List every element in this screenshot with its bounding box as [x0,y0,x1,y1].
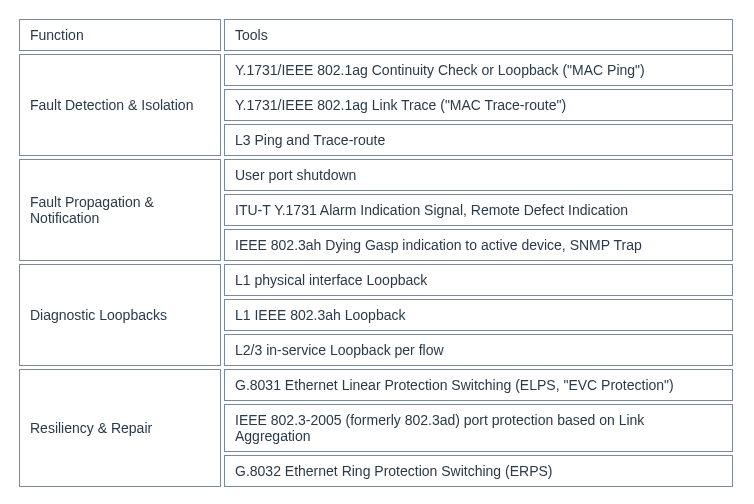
tool-cell: IEEE 802.3ah Dying Gasp indication to ac… [224,229,733,261]
tool-cell: IEEE 802.3-2005 (formerly 802.3ad) port … [224,404,733,452]
table-container: Function Tools Fault Detection & Isolati… [16,16,736,504]
tool-cell: Y.1731/IEEE 802.1ag Continuity Check or … [224,54,733,86]
fault-management-table: Function Tools Fault Detection & Isolati… [16,16,736,490]
tool-cell: L1 physical interface Loopback [224,264,733,296]
tool-cell: Y.1731/IEEE 802.1ag Link Trace ("MAC Tra… [224,89,733,121]
tool-cell: G.8032 Ethernet Ring Protection Switchin… [224,455,733,487]
function-cell: Fault Propagation & Notification [19,159,221,261]
function-cell: Resiliency & Repair [19,369,221,487]
function-cell: Diagnostic Loopbacks [19,264,221,366]
tool-cell: L2/3 in-service Loopback per flow [224,334,733,366]
tool-cell: ITU-T Y.1731 Alarm Indication Signal, Re… [224,194,733,226]
tool-cell: L1 IEEE 802.3ah Loopback [224,299,733,331]
tool-cell: L3 Ping and Trace-route [224,124,733,156]
function-cell: Fault Detection & Isolation [19,54,221,156]
tool-cell: User port shutdown [224,159,733,191]
table-row: Diagnostic Loopbacks L1 physical interfa… [19,264,733,296]
tool-cell: G.8031 Ethernet Linear Protection Switch… [224,369,733,401]
header-tools: Tools [224,19,733,51]
header-function: Function [19,19,221,51]
table-row: Resiliency & Repair G.8031 Ethernet Line… [19,369,733,401]
table-row: Fault Detection & Isolation Y.1731/IEEE … [19,54,733,86]
table-header-row: Function Tools [19,19,733,51]
table-row: Fault Propagation & Notification User po… [19,159,733,191]
